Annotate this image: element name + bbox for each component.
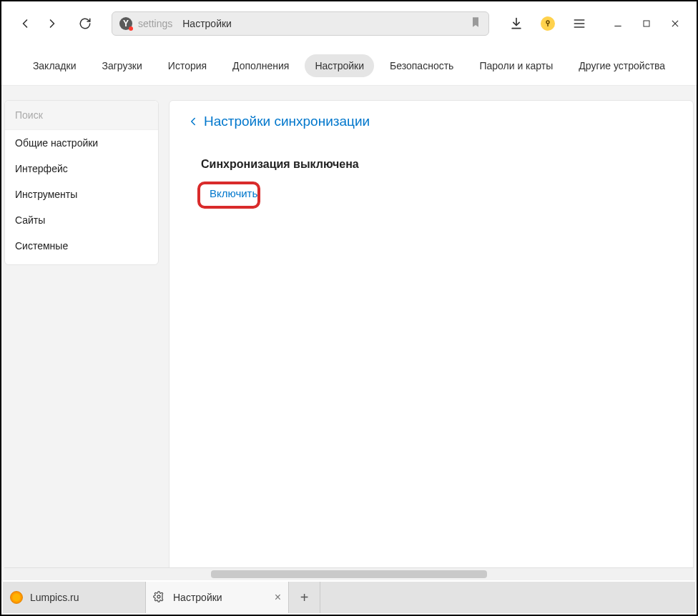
browser-tab-strip: Lumpics.ru Настройки × + <box>3 582 695 613</box>
toolbar-right-group <box>503 11 689 36</box>
address-url-prefix: settings <box>138 18 172 29</box>
svg-point-1 <box>546 21 549 24</box>
lumpics-favicon-icon <box>10 591 23 604</box>
topnav-settings[interactable]: Настройки <box>305 54 374 77</box>
back-to-sync-settings[interactable]: Настройки синхронизации <box>187 114 676 129</box>
settings-sidebar: Поиск Общие настройки Интерфейс Инструме… <box>4 100 159 265</box>
back-button[interactable] <box>13 11 37 36</box>
address-bar[interactable]: Y settings Настройки <box>112 11 489 36</box>
window-controls <box>604 11 689 36</box>
maximize-button[interactable] <box>632 11 661 36</box>
content-area: Поиск Общие настройки Интерфейс Инструме… <box>1 86 697 580</box>
menu-button[interactable] <box>566 11 592 36</box>
tab-lumpics[interactable]: Lumpics.ru <box>3 582 146 613</box>
chevron-left-icon <box>187 115 200 128</box>
topnav-downloads[interactable]: Загрузки <box>92 54 152 77</box>
close-window-button[interactable] <box>661 11 689 36</box>
address-page-title: Настройки <box>182 18 232 29</box>
topnav-history[interactable]: История <box>158 54 217 77</box>
topnav-passwords[interactable]: Пароли и карты <box>469 54 563 77</box>
bookmark-icon[interactable] <box>470 16 481 31</box>
sidebar-search-input[interactable]: Поиск <box>5 101 158 130</box>
enable-sync-link[interactable]: Включить <box>201 182 266 204</box>
topnav-addons[interactable]: Дополнения <box>222 54 299 77</box>
sidebar-item-system[interactable]: Системные <box>5 233 158 259</box>
gear-favicon-icon <box>153 591 166 604</box>
new-tab-button[interactable]: + <box>289 582 320 613</box>
sync-status-text: Синхронизация выключена <box>201 158 676 171</box>
sidebar-item-general[interactable]: Общие настройки <box>5 130 158 156</box>
extension-icon <box>541 16 555 31</box>
reload-button[interactable] <box>73 11 97 36</box>
downloads-button[interactable] <box>503 11 529 36</box>
sidebar-search-placeholder: Поиск <box>15 109 43 121</box>
extension-button[interactable] <box>535 11 561 36</box>
horizontal-scrollbar[interactable] <box>4 567 694 580</box>
svg-point-9 <box>157 595 160 598</box>
svg-rect-6 <box>644 21 649 26</box>
topnav-other-devices[interactable]: Другие устройства <box>569 54 675 77</box>
tab-label: Настройки <box>173 592 222 603</box>
topnav-security[interactable]: Безопасность <box>380 54 463 77</box>
close-tab-icon[interactable]: × <box>275 591 281 604</box>
sidebar-item-interface[interactable]: Интерфейс <box>5 156 158 182</box>
forward-button[interactable] <box>40 11 64 36</box>
tab-label: Lumpics.ru <box>30 592 79 603</box>
sidebar-item-tools[interactable]: Инструменты <box>5 182 158 207</box>
tab-settings[interactable]: Настройки × <box>146 582 289 613</box>
sync-settings-title: Настройки синхронизации <box>204 114 370 129</box>
browser-toolbar: Y settings Настройки <box>1 1 697 46</box>
topnav-bookmarks[interactable]: Закладки <box>23 54 87 77</box>
settings-top-nav: Закладки Загрузки История Дополнения Нас… <box>1 46 697 86</box>
sync-block: Синхронизация выключена Включить <box>187 158 676 204</box>
horizontal-scrollbar-thumb[interactable] <box>211 570 487 578</box>
site-identity-icon[interactable]: Y <box>119 17 132 30</box>
settings-main-panel: Настройки синхронизации Синхронизация вы… <box>169 100 694 577</box>
sidebar-item-sites[interactable]: Сайты <box>5 207 158 233</box>
minimize-button[interactable] <box>604 11 632 36</box>
plus-icon: + <box>300 590 309 606</box>
